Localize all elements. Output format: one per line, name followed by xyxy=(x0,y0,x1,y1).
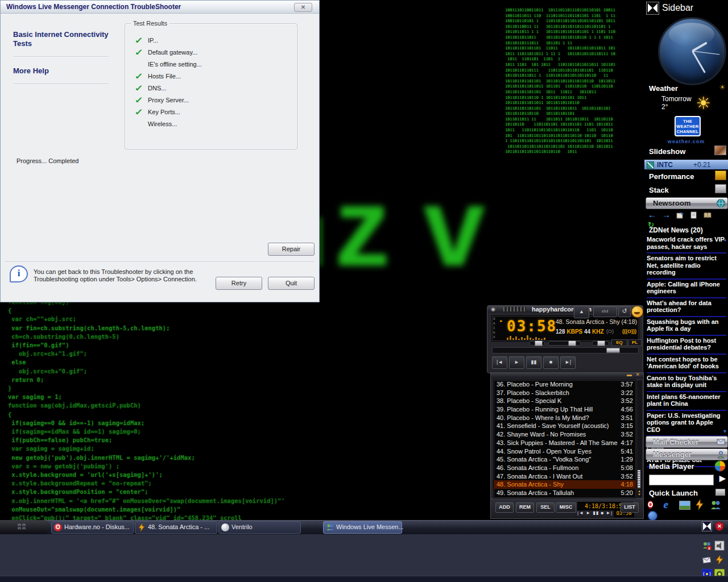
playlist-item[interactable]: 40. Placebo - Where Is My Mind? 3:51 xyxy=(494,414,636,422)
news-headline[interactable]: Paper: U.S. investigating options grant … xyxy=(647,411,726,437)
taskbar-task-button[interactable]: Windows Live Messen... xyxy=(323,521,402,534)
news-headline[interactable]: Intel plans 65-nanometer plant in China xyxy=(647,392,726,411)
select-button[interactable]: SEL xyxy=(536,502,555,513)
messenger-header[interactable]: Messenger xyxy=(646,448,728,460)
news-headline[interactable]: Senators aim to restrict Net, satellite … xyxy=(647,253,726,280)
analog-clock-gadget[interactable] xyxy=(658,17,726,85)
tray-volume-icon[interactable] xyxy=(714,541,725,551)
repair-button[interactable]: Repair xyxy=(268,243,315,256)
nav-item[interactable]: More Help xyxy=(13,66,113,85)
preamp-slider[interactable] xyxy=(530,341,545,346)
nav-item-label[interactable]: More Help xyxy=(13,66,113,76)
tray-sidebar-icon[interactable] xyxy=(702,521,712,531)
weather-section-label[interactable]: Weather xyxy=(649,84,678,93)
retry-button[interactable]: Retry xyxy=(216,277,262,290)
script-icon[interactable] xyxy=(690,211,698,219)
elapsed-time[interactable]: 03:58 xyxy=(507,318,557,335)
messenger-people-icon[interactable] xyxy=(710,499,722,510)
volume-slider[interactable] xyxy=(548,341,581,346)
scrollbar-thumb[interactable] xyxy=(638,470,640,488)
eject-button[interactable]: ▲ xyxy=(574,306,589,318)
slideshow-section-label[interactable]: Slideshow xyxy=(649,147,685,156)
playlist-item[interactable]: 47. Sonata Arctica - I Want Out 3:52 xyxy=(494,472,636,481)
remove-button[interactable]: REM xyxy=(516,502,534,513)
tray-mail-icon[interactable] xyxy=(702,555,712,565)
media-player-bar[interactable] xyxy=(649,475,714,485)
playlist-scrollbar[interactable]: ▲ ▼ xyxy=(636,380,643,498)
tray-winamp-icon[interactable] xyxy=(714,555,725,565)
stock-ticker[interactable]: INTC +0.21 xyxy=(644,160,728,169)
nav-item[interactable]: Basic Internet Connectivity Tests xyxy=(13,30,113,57)
playlist-item[interactable]: 44. Snow Patrol - Open Your Eyes 5:41 xyxy=(494,447,636,456)
playlist-toggle[interactable]: PL xyxy=(628,339,642,346)
mail-checker-header[interactable]: Mail Checker xyxy=(646,436,728,448)
news-headline[interactable]: Canon to buy Toshiba's stake in display … xyxy=(647,373,726,392)
playlist-titlebar[interactable]: ▬ ✕ xyxy=(491,373,643,379)
seek-bar[interactable] xyxy=(492,347,639,354)
performance-section-label[interactable]: Performance xyxy=(649,172,694,181)
stack-section-label[interactable]: Stack xyxy=(649,186,669,194)
misc-button[interactable]: MISC xyxy=(556,502,576,513)
winamp-transport-button[interactable]: |◄ xyxy=(492,356,507,369)
news-headline[interactable]: Net contest hopes to be 'American Idol' … xyxy=(647,355,726,373)
playlist-item[interactable]: 45. Sonata Arctica - "Vodka Song" 1:29 xyxy=(494,455,636,464)
quit-button[interactable]: Quit xyxy=(268,277,315,290)
opera-icon[interactable]: O xyxy=(648,499,659,510)
slideshow-thumbnail[interactable] xyxy=(714,146,726,155)
taskbar-task-button[interactable]: Hardware.no - Diskus... xyxy=(51,521,134,534)
playlist-item[interactable]: 43. Sick Puppies - Mastered - All The Sa… xyxy=(494,439,636,447)
media-player-section-label[interactable]: Media Player xyxy=(649,462,694,471)
internet-explorer-icon[interactable]: e xyxy=(663,499,675,510)
book-icon[interactable] xyxy=(704,211,712,219)
winamp-transport-button[interactable]: ►| xyxy=(560,356,576,369)
dialog-titlebar[interactable]: Windows Live Messenger Connection Troubl… xyxy=(1,1,319,14)
list-button[interactable]: LIST xyxy=(621,502,639,513)
playlist-item[interactable]: 48. Sonata Arctica - Shy 4:18 xyxy=(494,480,636,489)
start-button[interactable] xyxy=(0,520,50,534)
scroll-down-chevron[interactable]: ▾ xyxy=(723,428,726,434)
forward-arrow-icon[interactable]: → xyxy=(662,210,671,219)
playlist-item[interactable]: 49. Sonata Arctica - Tallulah 5:20 xyxy=(494,489,636,497)
media-play-button[interactable]: ► xyxy=(717,472,728,485)
news-headline[interactable]: Squashing bugs with an Apple fix a day xyxy=(647,317,726,336)
repeat-button[interactable]: ↺ xyxy=(618,306,631,317)
news-headline[interactable]: Apple: Calling all iPhone engineers xyxy=(647,280,726,298)
playlist-item[interactable]: 46. Sonata Arctica - Fullmoon 5:08 xyxy=(494,464,636,472)
balance-slider[interactable] xyxy=(592,341,609,346)
weather-channel-logo[interactable]: THEWEATHERCHANNEL xyxy=(675,116,701,136)
add-button[interactable]: ADD xyxy=(495,502,514,513)
news-headline[interactable]: Macworld crack offers VIP passes, hacker… xyxy=(647,235,726,253)
winamp-icon[interactable] xyxy=(694,499,706,510)
playlist-item[interactable]: 38. Placebo - Special K 3:52 xyxy=(494,397,636,405)
skin-logo-smiley-icon[interactable] xyxy=(631,306,643,318)
playlist-window-buttons[interactable]: ▬ ✕ xyxy=(627,372,641,377)
power-icon[interactable]: ◉ xyxy=(491,306,495,312)
playlist-item[interactable]: 42. Shayne Ward - No Promises 3:52 xyxy=(494,430,636,439)
taskbar-task-button[interactable]: Ventrilo xyxy=(218,521,301,534)
winamp-transport-button[interactable]: ► xyxy=(509,356,524,369)
newsroom-header[interactable]: Newsroom xyxy=(646,197,728,209)
playlist-item[interactable]: 36. Placebo - Pure Morning 3:57 xyxy=(494,380,636,389)
tray-security-alert-icon[interactable]: ✕ xyxy=(714,521,725,531)
spectrum-visualizer[interactable] xyxy=(507,334,552,340)
nav-item-label[interactable]: Basic Internet Connectivity Tests xyxy=(13,30,113,48)
winamp-transport-button[interactable]: ▮▮ xyxy=(526,356,541,369)
clutterbar[interactable]: O A I D V xyxy=(493,317,495,339)
news-headline[interactable]: What's ahead for data protection? xyxy=(647,298,726,317)
equalizer-toggle[interactable]: EQ xyxy=(611,339,627,346)
news-headline[interactable]: Huffington Post to host presidential deb… xyxy=(647,336,726,355)
tray-messenger-offline-icon[interactable]: x xyxy=(702,541,712,551)
winamp-transport-button[interactable]: ■ xyxy=(543,356,559,369)
playlist-item[interactable]: 41. Sensefield - Save Yourself (acoustic… xyxy=(494,422,636,430)
back-arrow-icon[interactable]: ← xyxy=(648,210,656,219)
shuffle-button[interactable]: ılıl xyxy=(593,306,617,317)
close-button[interactable]: ✕ xyxy=(294,3,312,12)
scrollbar-arrows[interactable]: ▲ ▼ xyxy=(637,489,642,496)
playlist-item[interactable]: 37. Placebo - Slackerbitch 3:22 xyxy=(494,389,636,397)
playlist-item[interactable]: 39. Placebo - Running Up That Hill 4:56 xyxy=(494,405,636,414)
seek-thumb[interactable] xyxy=(606,348,620,353)
weather-com-link[interactable]: weather.com xyxy=(644,139,728,144)
open-page-icon[interactable] xyxy=(676,211,684,219)
taskbar-task-button[interactable]: 48. Sonata Arctica - ... xyxy=(135,521,217,534)
quick-launch-section-label[interactable]: Quick Launch xyxy=(649,489,698,497)
